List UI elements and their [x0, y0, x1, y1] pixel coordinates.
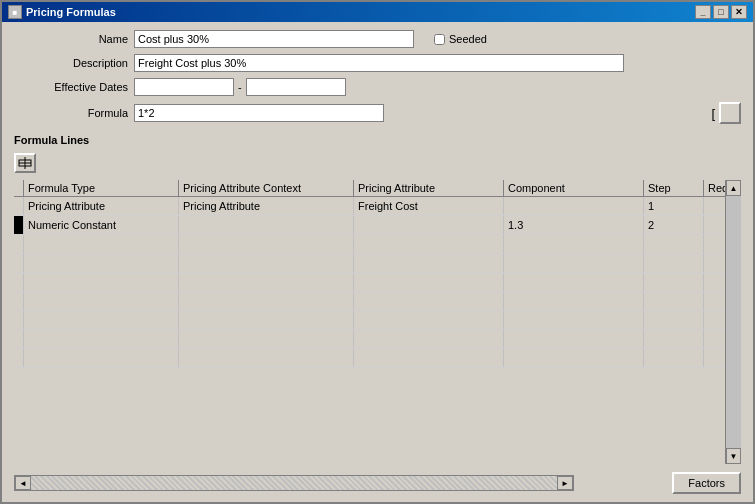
cell-step [644, 254, 704, 272]
grid-wrapper: Formula Type Pricing Attribute Context P… [14, 180, 741, 464]
window-icon: ■ [8, 5, 22, 19]
cell-pricing-attr [354, 254, 504, 272]
table-row[interactable] [14, 235, 725, 254]
cell-formula-type: Pricing Attribute [24, 197, 179, 215]
cell-step: 2 [644, 216, 704, 234]
row-indicator [14, 235, 24, 253]
row-indicator [14, 292, 24, 310]
date-end-input[interactable] [246, 78, 346, 96]
name-row: Name Seeded [14, 30, 741, 48]
scroll-left-button[interactable]: ◄ [15, 476, 31, 490]
cell-reqd-flag [704, 349, 725, 367]
cell-pricing-attr-ctx [179, 330, 354, 348]
bracket-button[interactable] [719, 102, 741, 124]
table-row[interactable] [14, 254, 725, 273]
cell-reqd-flag [704, 273, 725, 291]
cell-formula-type [24, 292, 179, 310]
cell-pricing-attr: Freight Cost [354, 197, 504, 215]
cell-component [504, 273, 644, 291]
cell-reqd-flag [704, 292, 725, 310]
cell-step [644, 292, 704, 310]
cell-pricing-attr [354, 273, 504, 291]
scroll-track-h [31, 476, 557, 490]
cell-reqd-flag [704, 311, 725, 329]
formula-input[interactable] [134, 104, 384, 122]
scroll-down-button[interactable]: ▼ [726, 448, 741, 464]
date-start-input[interactable] [134, 78, 234, 96]
add-row-button[interactable] [14, 153, 36, 173]
grid-inner: Formula Type Pricing Attribute Context P… [14, 180, 725, 464]
minimize-button[interactable]: _ [695, 5, 711, 19]
table-row[interactable] [14, 273, 725, 292]
cell-pricing-attr-ctx [179, 216, 354, 234]
cell-pricing-attr-ctx: Pricing Attribute [179, 197, 354, 215]
cell-component [504, 330, 644, 348]
vertical-scrollbar[interactable]: ▲ ▼ [725, 180, 741, 464]
title-bar-left: ■ Pricing Formulas [8, 5, 116, 19]
close-button[interactable]: ✕ [731, 5, 747, 19]
cell-component [504, 254, 644, 272]
col-header-pricing-attr: Pricing Attribute [354, 180, 504, 196]
cell-pricing-attr-ctx [179, 235, 354, 253]
cell-component [504, 235, 644, 253]
table-row[interactable] [14, 330, 725, 349]
cell-formula-type [24, 330, 179, 348]
window-title: Pricing Formulas [26, 6, 116, 18]
col-header-step: Step [644, 180, 704, 196]
description-row: Description [14, 54, 741, 72]
cell-formula-type [24, 349, 179, 367]
description-input[interactable] [134, 54, 624, 72]
window-content: Name Seeded Description Effective Dates … [2, 22, 753, 502]
cell-reqd-flag [704, 197, 725, 215]
cell-reqd-flag [704, 216, 725, 234]
cell-step [644, 273, 704, 291]
col-header-pricing-attr-ctx: Pricing Attribute Context [179, 180, 354, 196]
cell-pricing-attr-ctx [179, 254, 354, 272]
row-indicator [14, 273, 24, 291]
title-bar-controls: _ □ ✕ [695, 5, 747, 19]
table-row[interactable] [14, 311, 725, 330]
cell-pricing-attr [354, 216, 504, 234]
scroll-right-button[interactable]: ► [557, 476, 573, 490]
date-separator: - [238, 81, 242, 93]
cell-formula-type [24, 273, 179, 291]
bottom-area: ◄ ► Factors [14, 472, 741, 494]
scroll-up-button[interactable]: ▲ [726, 180, 741, 196]
cell-step: 1 [644, 197, 704, 215]
table-row[interactable]: Numeric Constant1.32 [14, 216, 725, 235]
grid-header: Formula Type Pricing Attribute Context P… [14, 180, 725, 197]
seeded-label: Seeded [449, 33, 487, 45]
effective-dates-label: Effective Dates [14, 81, 134, 93]
col-header-component: Component [504, 180, 644, 196]
cell-component [504, 311, 644, 329]
cell-pricing-attr-ctx [179, 311, 354, 329]
cell-component [504, 292, 644, 310]
cell-component [504, 349, 644, 367]
horizontal-scrollbar[interactable]: ◄ ► [14, 475, 574, 491]
cell-formula-type [24, 311, 179, 329]
row-indicator [14, 197, 24, 215]
cell-step [644, 330, 704, 348]
formula-row: Formula [ [14, 102, 741, 124]
cell-component: 1.3 [504, 216, 644, 234]
table-row[interactable] [14, 292, 725, 311]
seeded-checkbox[interactable] [434, 34, 445, 45]
factors-button[interactable]: Factors [672, 472, 741, 494]
cell-pricing-attr-ctx [179, 349, 354, 367]
row-indicator [14, 311, 24, 329]
cell-formula-type: Numeric Constant [24, 216, 179, 234]
row-indicator [14, 330, 24, 348]
table-row[interactable]: Pricing AttributePricing AttributeFreigh… [14, 197, 725, 216]
cell-step [644, 235, 704, 253]
maximize-button[interactable]: □ [713, 5, 729, 19]
cell-reqd-flag [704, 330, 725, 348]
scroll-track-v [726, 196, 741, 448]
col-header-reqd-flag: Reqd Flag [704, 180, 725, 196]
table-row[interactable] [14, 349, 725, 368]
main-window: ■ Pricing Formulas _ □ ✕ Name Seeded Des… [0, 0, 755, 504]
cell-formula-type [24, 235, 179, 253]
name-input[interactable] [134, 30, 414, 48]
cell-pricing-attr [354, 311, 504, 329]
cell-pricing-attr [354, 330, 504, 348]
cell-pricing-attr [354, 292, 504, 310]
